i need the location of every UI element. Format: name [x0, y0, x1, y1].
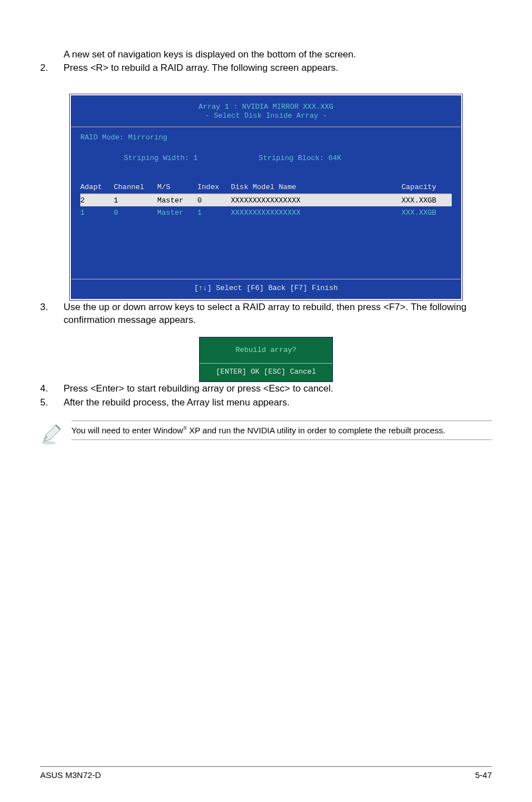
- col-index: Index: [197, 182, 231, 194]
- confirm-dialog: Rebuild array? [ENTER] OK [ESC] Cancel: [199, 337, 333, 381]
- bios-disk-table: Adapt Channel M/S Index Disk Model Name …: [80, 182, 452, 218]
- cell-disk: XXXXXXXXXXXXXXXX: [231, 194, 402, 206]
- step-number: 3.: [40, 301, 64, 327]
- bios-raid-mode: RAID Mode: Mirroring: [80, 133, 452, 143]
- step-number: 4.: [40, 382, 64, 395]
- bios-striping-block: Striping Block: 64K: [259, 154, 341, 162]
- step-text: Use the up or down arrow keys to select …: [64, 301, 492, 327]
- bios-screen: Array 1 : NVIDIA MIRROR XXX.XXG - Select…: [69, 94, 463, 301]
- pencil-icon: [40, 423, 62, 445]
- bios-title: Array 1 : NVIDIA MIRROR XXX.XXG - Select…: [71, 96, 461, 127]
- step-text: Press <R> to rebuild a RAID array. The f…: [64, 61, 492, 75]
- col-disk: Disk Model Name: [231, 182, 402, 194]
- footer-right: 5-47: [475, 769, 492, 781]
- cell-disk: XXXXXXXXXXXXXXXX: [231, 206, 402, 218]
- note: You will need to enter Window® XP and ru…: [40, 421, 492, 445]
- bios-footer-keys: [↑↓] Select [F6] Back [F7] Finish: [71, 279, 461, 298]
- dialog-question: Rebuild array?: [200, 337, 332, 363]
- table-row[interactable]: 1 0 Master 1 XXXXXXXXXXXXXXXX XXX.XXGB: [80, 206, 452, 218]
- step-number: 2.: [40, 61, 64, 75]
- step-text: Press <Enter> to start rebuilding array …: [64, 382, 492, 395]
- table-row[interactable]: 2 1 Master 0 XXXXXXXXXXXXXXXX XXX.XXGB: [80, 194, 452, 206]
- bios-title-line1: Array 1 : NVIDIA MIRROR XXX.XXG: [71, 103, 461, 112]
- bios-striping-width: Striping Width: 1: [124, 154, 198, 162]
- cell-ms: Master: [157, 206, 197, 218]
- footer-left: ASUS M3N72-D: [40, 769, 101, 781]
- cell-adapt: 2: [80, 194, 114, 206]
- dialog-buttons[interactable]: [ENTER] OK [ESC] Cancel: [200, 363, 332, 381]
- cell-index: 0: [197, 194, 231, 206]
- bios-title-line2: - Select Disk Inside Array -: [71, 112, 461, 121]
- step-text: After the rebuild process, the Array lis…: [64, 396, 492, 409]
- step-number: 5.: [40, 396, 64, 409]
- col-channel: Channel: [114, 182, 157, 194]
- cell-ms: Master: [157, 194, 197, 206]
- cell-index: 1: [197, 206, 231, 218]
- cell-adapt: 1: [80, 206, 114, 218]
- instructions-list: 3. Use the up or down arrow keys to sele…: [40, 301, 492, 327]
- instructions-list: 4. Press <Enter> to start rebuilding arr…: [40, 382, 492, 410]
- cell-capacity: XXX.XXGB: [402, 206, 452, 218]
- cell-channel: 1: [114, 194, 157, 206]
- cell-channel: 0: [114, 206, 157, 218]
- col-adapt: Adapt: [80, 182, 114, 194]
- col-ms: M/S: [157, 182, 197, 194]
- note-text: You will need to enter Window® XP and ru…: [71, 421, 492, 440]
- intro-line: A new set of navigation keys is displaye…: [40, 48, 492, 61]
- col-capacity: Capacity: [402, 182, 452, 194]
- cell-capacity: XXX.XXGB: [402, 194, 452, 206]
- instructions-list: 2. Press <R> to rebuild a RAID array. Th…: [40, 61, 492, 75]
